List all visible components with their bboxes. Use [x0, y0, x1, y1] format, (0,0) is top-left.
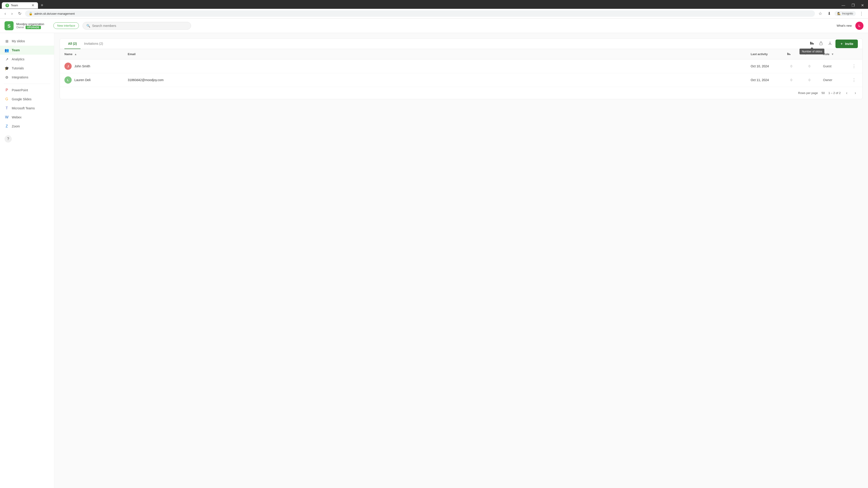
incognito-icon: 🕵: [837, 12, 841, 15]
new-interface-button[interactable]: New interface: [53, 22, 79, 29]
minimize-button[interactable]: —: [839, 2, 847, 8]
td-role-john: Guest: [818, 59, 846, 73]
sidebar-label-integrations: Integrations: [12, 75, 28, 79]
address-bar[interactable]: 🔒: [25, 10, 815, 17]
avatar[interactable]: L: [855, 22, 864, 30]
table-header-row: Name ▲ Email Last activity: [60, 49, 862, 59]
slidos-column-toggle[interactable]: [808, 39, 815, 48]
sidebar-label-tutorials: Tutorials: [12, 66, 24, 70]
invite-label: Invite: [845, 42, 853, 46]
tutorials-icon: 🎓: [4, 66, 9, 70]
header-right: What's new L: [837, 22, 864, 30]
download-icon: [828, 41, 832, 45]
sidebar-item-my-slidos[interactable]: ⊞ My slidos: [0, 37, 54, 46]
org-role-row: Owner UPGRADE: [16, 26, 44, 29]
name-lauren: Lauren Deli: [74, 78, 91, 82]
export-csv-button[interactable]: [817, 39, 825, 48]
sidebar-label-webex: Webex: [12, 116, 22, 119]
table-row: L Lauren Deli 31860d42@moodjoy.com Oct 1…: [60, 73, 862, 87]
sidebar: ⊞ My slidos 👥 Team ↗ Analytics 🎓 Tutoria…: [0, 33, 54, 488]
avatar-lauren: L: [64, 76, 72, 84]
th-actions: [846, 49, 862, 59]
forward-button[interactable]: ›: [9, 10, 14, 17]
restore-button[interactable]: ❐: [849, 2, 857, 8]
pagination-range: 1 – 2 of 2: [829, 91, 841, 95]
sidebar-item-team[interactable]: 👥 Team: [0, 46, 54, 55]
zoom-icon: Z: [4, 124, 9, 129]
search-icon: 🔍: [86, 24, 90, 28]
td-activity-john: Oct 10, 2024: [746, 59, 782, 73]
pagination-row: Rows per page 50 1 – 2 of 2 ‹ ›: [60, 87, 862, 99]
bookmark-button[interactable]: ☆: [817, 10, 824, 17]
my-slidos-icon: ⊞: [4, 39, 9, 43]
sidebar-divider: [4, 84, 51, 84]
invite-button[interactable]: ＋ Invite: [835, 39, 858, 48]
google-slides-icon: G: [4, 97, 9, 101]
browser-toolbar: ‹ › ↻ 🔒 ☆ ⬇ 🕵 Incognito ⋮: [0, 9, 868, 19]
sidebar-item-tutorials[interactable]: 🎓 Tutorials: [0, 64, 54, 73]
sidebar-item-powerpoint[interactable]: P PowerPoint: [0, 86, 54, 95]
lock-icon: 🔒: [29, 12, 33, 15]
webex-icon: W: [4, 115, 9, 120]
content-card: All (2) Invitations (2): [60, 38, 863, 99]
whats-new-button[interactable]: What's new: [837, 24, 852, 27]
td-name-lauren: L Lauren Deli: [60, 73, 123, 87]
sidebar-item-webex[interactable]: W Webex: [0, 113, 54, 122]
tab-close-button[interactable]: ✕: [31, 4, 34, 7]
more-options-john[interactable]: ⋮: [850, 63, 858, 70]
td-role-lauren: Owner: [818, 73, 846, 87]
download-button[interactable]: ⬇: [826, 10, 833, 17]
sidebar-item-analytics[interactable]: ↗ Analytics: [0, 55, 54, 64]
tab-actions: Number of slidos: [808, 39, 858, 48]
team-icon: 👥: [4, 48, 9, 53]
members-table: Name ▲ Email Last activity: [60, 49, 862, 87]
slidos-count-icon: [810, 41, 814, 45]
slido-logo: S: [4, 21, 13, 30]
th-slidos-icon: [787, 52, 791, 56]
browser-tab[interactable]: S Team ✕: [2, 2, 38, 8]
incognito-label: Incognito: [842, 12, 853, 15]
help-button[interactable]: ?: [4, 135, 12, 142]
close-button[interactable]: ✕: [859, 2, 866, 8]
tab-all[interactable]: All (2): [64, 39, 81, 49]
search-input[interactable]: [92, 24, 187, 28]
search-bar[interactable]: 🔍: [83, 22, 191, 30]
svg-rect-5: [819, 43, 822, 45]
svg-rect-4: [813, 43, 814, 44]
org-info: Moodjoy organization Owner UPGRADE: [16, 22, 44, 29]
integrations-icon: ⚙: [4, 75, 9, 79]
sidebar-item-google-slides[interactable]: G Google Slides: [0, 95, 54, 104]
td-activity-lauren: Oct 11, 2024: [746, 73, 782, 87]
back-button[interactable]: ‹: [3, 10, 8, 17]
name-john: John Smith: [74, 64, 90, 68]
th-last-activity: Last activity: [746, 49, 782, 59]
refresh-button[interactable]: ↻: [16, 10, 23, 17]
plus-icon: ＋: [840, 42, 843, 46]
download-csv-button[interactable]: [827, 39, 834, 48]
more-options-lauren[interactable]: ⋮: [850, 76, 858, 84]
td-slidos-lauren: 0: [782, 73, 800, 87]
main-layout: ⊞ My slidos 👥 Team ↗ Analytics 🎓 Tutoria…: [0, 33, 868, 488]
svg-rect-7: [788, 53, 789, 55]
new-tab-button[interactable]: +: [39, 2, 45, 9]
svg-rect-8: [790, 54, 791, 55]
th-name[interactable]: Name ▲: [60, 49, 123, 59]
sidebar-label-microsoft-teams: Microsoft Teams: [12, 106, 35, 110]
sidebar-label-team: Team: [12, 48, 20, 52]
svg-rect-3: [811, 42, 813, 44]
svg-rect-6: [787, 53, 788, 55]
url-input[interactable]: [34, 12, 811, 15]
td-email-lauren: 31860d42@moodjoy.com: [123, 73, 746, 87]
logo-area: S Moodjoy organization Owner UPGRADE: [4, 21, 50, 30]
tab-invitations[interactable]: Invitations (2): [81, 39, 107, 49]
sidebar-item-integrations[interactable]: ⚙ Integrations: [0, 73, 54, 82]
sidebar-label-zoom: Zoom: [12, 125, 20, 128]
td-trend-john: 0: [800, 59, 818, 73]
prev-page-button[interactable]: ‹: [844, 90, 849, 96]
next-page-button[interactable]: ›: [853, 90, 858, 96]
menu-button[interactable]: ⋮: [858, 10, 865, 17]
slidos-column-toggle-wrapper: Number of slidos: [808, 39, 815, 48]
upgrade-badge[interactable]: UPGRADE: [26, 26, 41, 29]
sidebar-item-microsoft-teams[interactable]: T Microsoft Teams: [0, 104, 54, 113]
sidebar-item-zoom[interactable]: Z Zoom: [0, 122, 54, 131]
